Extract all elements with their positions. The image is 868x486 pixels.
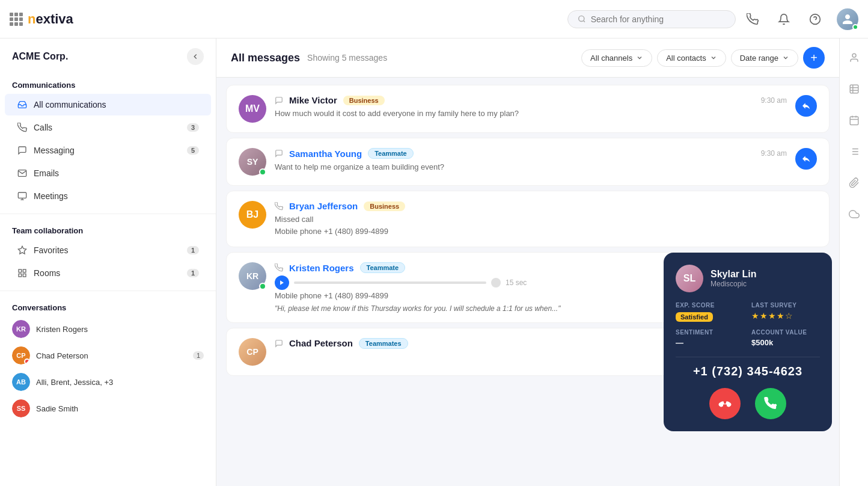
- filter-date[interactable]: Date range: [731, 49, 798, 67]
- msg-subtext-bryan: Mobile phone +1 (480) 899-4899: [275, 226, 817, 238]
- sidebar-item-favorites[interactable]: Favorites 1: [5, 239, 211, 261]
- add-button[interactable]: +: [803, 47, 825, 69]
- conv-name-alli: Alli, Brent, Jessica, +3: [36, 378, 204, 387]
- svg-rect-7: [19, 269, 22, 272]
- calendar-icon[interactable]: [845, 111, 864, 130]
- caller-divider: [676, 357, 820, 357]
- header-filters: All channels All contacts Date range +: [581, 47, 825, 69]
- messages-title: All messages: [231, 52, 300, 64]
- conversations-label: Conversations: [0, 297, 216, 316]
- conv-kristen-rogers[interactable]: KR Kristen Rogers: [0, 316, 216, 342]
- msg-tag-mike: Business: [343, 96, 385, 105]
- sidebar-item-all-communications[interactable]: All communications: [5, 94, 211, 115]
- caller-stats: EXP. SCORE Satisfied LAST SURVEY ★★★★☆ S…: [676, 302, 820, 347]
- company-name: ACME Corp.: [12, 51, 68, 62]
- account-value: $500k: [751, 338, 820, 347]
- sidebar-item-meetings[interactable]: Meetings: [5, 185, 211, 207]
- svg-rect-13: [850, 85, 858, 93]
- emails-label: Emails: [34, 168, 199, 178]
- svg-point-0: [579, 16, 584, 21]
- message-card-mike-victor[interactable]: MV Mike Victor Business How much would i…: [226, 85, 830, 133]
- msg-avatar-wrapper-samantha: SY: [239, 148, 266, 176]
- team-collaboration-label: Team collaboration: [0, 220, 216, 239]
- list-icon[interactable]: [845, 142, 864, 161]
- svg-line-1: [583, 20, 584, 22]
- avatar[interactable]: [837, 8, 858, 30]
- star-icon: [17, 245, 28, 256]
- contacts-icon[interactable]: [845, 48, 864, 67]
- msg-avatar-mike: MV: [239, 95, 266, 123]
- sidebar-item-emails[interactable]: Emails: [5, 162, 211, 184]
- table-icon[interactable]: [845, 79, 864, 99]
- last-survey-label: LAST SURVEY: [751, 302, 820, 309]
- msg-tag-chad: Teammates: [359, 338, 408, 349]
- account-value-block: ACCOUNT VALUE $500k: [751, 329, 820, 347]
- accept-button[interactable]: [755, 388, 786, 419]
- calls-icon: [17, 122, 28, 133]
- search-input[interactable]: [591, 14, 726, 24]
- rooms-badge: 1: [187, 269, 199, 277]
- exp-score-label: EXP. SCORE: [676, 302, 744, 309]
- play-button[interactable]: [275, 275, 289, 290]
- favorites-label: Favorites: [34, 245, 181, 255]
- meetings-label: Meetings: [34, 191, 199, 201]
- messages-header: All messages Showing 5 messages All chan…: [216, 38, 839, 78]
- communications-label: Communications: [0, 75, 216, 93]
- phone-channel-icon-kristen: [275, 263, 283, 272]
- msg-body-mike: Mike Victor Business How much would it c…: [275, 95, 753, 120]
- sidebar-item-rooms[interactable]: Rooms 1: [5, 262, 211, 284]
- msg-name-bryan: Bryan Jefferson: [289, 201, 358, 211]
- svg-point-12: [852, 54, 856, 57]
- chat-channel-icon: [275, 96, 283, 105]
- conv-chad-peterson[interactable]: CP Chad Peterson 1: [0, 342, 216, 369]
- bell-icon[interactable]: [774, 10, 793, 29]
- topbar: nextiva: [0, 0, 868, 38]
- messaging-badge: 5: [187, 146, 199, 155]
- grid-icon: [10, 13, 23, 26]
- message-card-bryan[interactable]: BJ Bryan Jefferson Business Missed call …: [226, 191, 830, 247]
- msg-avatar-chad: CP: [239, 338, 266, 366]
- msg-body-samantha: Samantha Young Teammate Want to help me …: [275, 148, 753, 173]
- sentiment-value: —: [676, 338, 744, 347]
- caller-avatar: SL: [676, 265, 703, 292]
- sentiment-label: SENTIMENT: [676, 329, 744, 336]
- decline-button[interactable]: [709, 388, 741, 419]
- attachment-icon[interactable]: [845, 173, 864, 192]
- msg-name-mike: Mike Victor: [289, 95, 337, 105]
- right-icon-bar: [839, 38, 868, 486]
- calls-label: Calls: [34, 123, 181, 132]
- caller-actions: [676, 388, 820, 419]
- conv-name-chad: Chad Peterson: [36, 351, 187, 360]
- msg-time-samantha: 9:30 am: [761, 148, 787, 158]
- msg-avatar-wrapper-kristen: KR: [239, 262, 266, 290]
- search-bar[interactable]: [567, 10, 736, 28]
- msg-duration: 15 sec: [506, 278, 527, 287]
- sidebar-item-messaging[interactable]: Messaging 5: [5, 140, 211, 161]
- phone-channel-icon-bryan: [275, 202, 283, 211]
- caller-name: Skylar Lin: [711, 269, 756, 280]
- search-icon: [578, 14, 586, 23]
- message-card-samantha[interactable]: SY Samantha Young Teammate Want to help …: [226, 138, 830, 186]
- rooms-icon: [17, 268, 28, 278]
- phone-icon[interactable]: [743, 10, 762, 29]
- msg-text-mike: How much would it cost to add everyone i…: [275, 108, 753, 120]
- filter-channels[interactable]: All channels: [581, 49, 652, 67]
- reply-button-samantha[interactable]: [795, 148, 817, 170]
- conv-sadie-smith[interactable]: SS Sadie Smith: [0, 395, 216, 422]
- msg-text-bryan: Missed call: [275, 214, 817, 226]
- meetings-icon: [17, 191, 28, 201]
- cloud-icon[interactable]: [845, 205, 864, 224]
- chat-channel-icon-chad: [275, 339, 283, 348]
- conv-badge-chad: 1: [193, 351, 204, 360]
- help-icon[interactable]: [805, 10, 825, 29]
- filter-contacts[interactable]: All contacts: [657, 49, 726, 67]
- collapse-button[interactable]: [187, 48, 204, 65]
- svg-rect-3: [18, 192, 26, 198]
- reply-button-mike[interactable]: [795, 95, 817, 117]
- caller-company: Mediscopic: [711, 280, 756, 288]
- conv-alli-brent[interactable]: AB Alli, Brent, Jessica, +3: [0, 369, 216, 395]
- conv-name-kristen: Kristen Rogers: [36, 325, 204, 334]
- sidebar-item-calls[interactable]: Calls 3: [5, 117, 211, 138]
- svg-marker-6: [18, 246, 26, 254]
- logo: nextiva: [10, 11, 73, 27]
